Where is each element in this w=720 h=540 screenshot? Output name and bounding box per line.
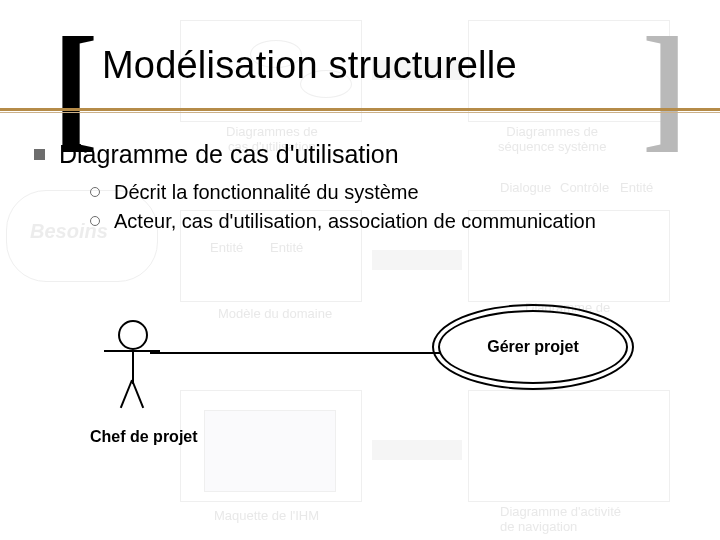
title-rule <box>0 108 720 111</box>
bracket-right-icon: ] <box>641 16 688 156</box>
usecase-diagram: Chef de projet Gérer projet <box>108 300 628 500</box>
sub1-text: Décrit la fonctionnalité du système <box>114 181 419 204</box>
circle-bullet-icon <box>90 187 100 197</box>
slide-title: Modélisation structurelle <box>102 44 680 87</box>
bullet-level2: Décrit la fonctionnalité du système <box>90 181 700 204</box>
sub-bullets: Décrit la fonctionnalité du système Acte… <box>90 181 700 233</box>
actor-leg-icon <box>131 380 144 409</box>
actor-label: Chef de projet <box>90 428 198 446</box>
bullet1-text: Diagramme de cas d'utilisation <box>59 140 399 169</box>
body: Diagramme de cas d'utilisation Décrit la… <box>34 140 700 239</box>
association-line <box>150 352 460 354</box>
usecase-label: Gérer projet <box>487 338 579 356</box>
bullet-level1: Diagramme de cas d'utilisation <box>34 140 700 169</box>
title-block: [ ] Modélisation structurelle <box>60 44 680 91</box>
actor-leg-icon <box>120 380 133 409</box>
actor-stick-figure: Chef de projet <box>118 320 148 384</box>
usecase-ellipse: Gérer projet <box>438 310 628 384</box>
bullet-level2: Acteur, cas d'utilisation, association d… <box>90 210 700 233</box>
bracket-left-icon: [ <box>52 16 99 156</box>
circle-bullet-icon <box>90 216 100 226</box>
sub2-text: Acteur, cas d'utilisation, association d… <box>114 210 596 233</box>
title-rule-thin <box>0 112 720 113</box>
actor-head-icon <box>118 320 148 350</box>
square-bullet-icon <box>34 149 45 160</box>
wm-mockup: Maquette de l'IHM <box>214 508 319 523</box>
slide: Besoins Diagrammes de cas d'utilisation … <box>0 0 720 540</box>
usecase-inner: Gérer projet <box>438 310 628 384</box>
wm-nav: Diagramme d'activité de navigation <box>500 504 621 534</box>
